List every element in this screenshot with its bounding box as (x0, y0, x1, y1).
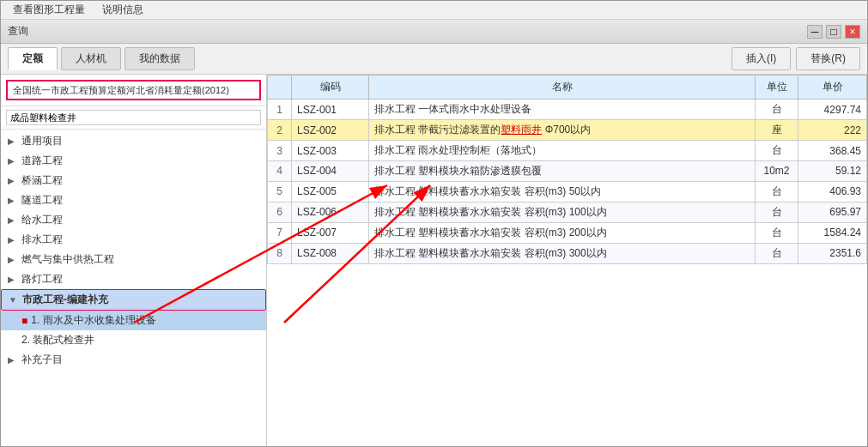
replace-button[interactable]: 替换(R) (796, 47, 860, 70)
row-code: LSZ-002 (292, 120, 369, 141)
row-num: 4 (268, 161, 292, 182)
row-name: 排水工程 塑料模块水箱防渗透膜包覆 (369, 161, 756, 182)
expand-icon: ▶ (8, 275, 18, 284)
row-num: 6 (268, 202, 292, 222)
row-price: 695.97 (798, 202, 867, 222)
row-unit: 台 (756, 181, 798, 202)
quota-dropdown[interactable]: 全国统一市政工程预算定额河北省消耗量定额(2012) (6, 80, 261, 100)
minimize-button[interactable]: ─ (807, 25, 822, 39)
row-price: 4297.74 (798, 100, 867, 120)
search-area (1, 106, 266, 130)
table-row[interactable]: 4LSZ-004排水工程 塑料模块水箱防渗透膜包覆10m259.12 (268, 161, 867, 182)
col-header-num (268, 76, 292, 100)
row-price: 406.93 (798, 181, 867, 202)
row-code: LSZ-005 (292, 181, 369, 202)
right-panel: 编码 名称 单位 单价 1LSZ-001排水工程 一体式雨水中水处理设备台429… (267, 75, 867, 447)
tree-item-qiaohao[interactable]: ▶ 桥涵工程 (1, 171, 266, 190)
row-price: 222 (798, 120, 867, 141)
row-code: LSZ-003 (292, 141, 369, 161)
row-unit: 台 (756, 202, 798, 222)
tab-dinge[interactable]: 定额 (8, 47, 58, 70)
tree-container: ▶ 通用项目 ▶ 道路工程 ▶ 桥涵工程 ▶ 隧道工程 ▶ 给水工程 (1, 130, 266, 447)
tab-bar: 定额 人材机 我的数据 插入(I) 替换(R) (1, 44, 867, 75)
row-num: 2 (268, 120, 292, 141)
table-row[interactable]: 1LSZ-001排水工程 一体式雨水中水处理设备台4297.74 (268, 100, 867, 120)
tree-item-yushui[interactable]: ■ 1. 雨水及中水收集处理设备 (1, 311, 266, 330)
row-code: LSZ-007 (292, 222, 369, 243)
insert-button[interactable]: 插入(I) (731, 47, 791, 70)
row-code: LSZ-006 (292, 202, 369, 222)
table-row[interactable]: 5LSZ-005排水工程 塑料模块蓄水水箱安装 容积(m3) 50以内台406.… (268, 181, 867, 202)
tree-item-daolu[interactable]: ▶ 道路工程 (1, 151, 266, 171)
row-name: 排水工程 塑料模块蓄水水箱安装 容积(m3) 300以内 (369, 243, 756, 263)
row-price: 2351.6 (798, 243, 867, 263)
row-code: LSZ-001 (292, 100, 369, 120)
tree-label: 市政工程-编建补充 (22, 293, 108, 307)
main-content: 全国统一市政工程预算定额河北省消耗量定额(2012) ▶ 通用项目 ▶ 道路工程… (1, 75, 867, 447)
tree-item-jishui[interactable]: ▶ 给水工程 (1, 210, 266, 230)
row-price: 368.45 (798, 141, 867, 161)
expand-icon: ▶ (8, 215, 18, 225)
table-row[interactable]: 2LSZ-002排水工程 带截污过滤装置的塑料雨井 Φ700以内座222 (268, 120, 867, 141)
expand-icon: ▶ (8, 156, 18, 166)
col-header-name: 名称 (369, 76, 756, 100)
menu-item-inspect[interactable]: 查看图形工程量 (4, 1, 94, 19)
table-row[interactable]: 6LSZ-006排水工程 塑料模块蓄水水箱安装 容积(m3) 100以内台695… (268, 202, 867, 222)
row-price: 59.12 (798, 161, 867, 182)
left-panel: 全国统一市政工程预算定额河北省消耗量定额(2012) ▶ 通用项目 ▶ 道路工程… (1, 75, 267, 447)
dropdown-area: 全国统一市政工程预算定额河北省消耗量定额(2012) (1, 75, 266, 106)
expand-icon: ▶ (8, 255, 18, 264)
col-header-code: 编码 (292, 76, 369, 100)
tree-label: 路灯工程 (21, 272, 63, 287)
tab-rencaiji[interactable]: 人材机 (61, 47, 121, 70)
row-name: 排水工程 塑料模块蓄水水箱安装 容积(m3) 100以内 (369, 202, 756, 222)
window-title: 查询 (8, 24, 28, 39)
tree-label: 通用项目 (21, 134, 63, 148)
table-row[interactable]: 7LSZ-007排水工程 塑料模块蓄水水箱安装 容积(m3) 200以内台158… (268, 222, 867, 243)
row-code: LSZ-004 (292, 161, 369, 182)
row-code: LSZ-008 (292, 243, 369, 263)
expand-icon: ▶ (8, 235, 18, 245)
tree-label: 给水工程 (21, 213, 63, 227)
row-unit: 台 (756, 100, 798, 120)
row-num: 3 (268, 141, 292, 161)
tree-item-shizheng[interactable]: ▼ 市政工程-编建补充 (1, 289, 266, 311)
expand-icon: ▼ (9, 295, 19, 305)
tree-label: 2. 装配式检查井 (21, 333, 94, 347)
table-row[interactable]: 3LSZ-003排水工程 雨水处理控制柜（落地式）台368.45 (268, 141, 867, 161)
table-row[interactable]: 8LSZ-008排水工程 塑料模块蓄水水箱安装 容积(m3) 300以内台235… (268, 243, 867, 263)
tree-label: 隧道工程 (21, 193, 63, 208)
row-name: 排水工程 带截污过滤装置的塑料雨井 Φ700以内 (369, 120, 756, 141)
tree-item-zhuangpei[interactable]: 2. 装配式检查井 (1, 330, 266, 350)
tree-item-tongyong[interactable]: ▶ 通用项目 (1, 131, 266, 151)
active-indicator: ■ (21, 315, 27, 327)
row-num: 7 (268, 222, 292, 243)
tree-label: 1. 雨水及中水收集处理设备 (31, 313, 155, 328)
tree-label: 补充子目 (21, 353, 63, 367)
search-input[interactable] (6, 110, 261, 125)
tree-item-ranqi[interactable]: ▶ 燃气与集中供热工程 (1, 250, 266, 269)
row-name: 排水工程 雨水处理控制柜（落地式） (369, 141, 756, 161)
expand-icon: ▶ (8, 355, 18, 365)
tab-mydata[interactable]: 我的数据 (124, 47, 195, 70)
row-num: 8 (268, 243, 292, 263)
row-unit: 10m2 (756, 161, 798, 182)
row-num: 1 (268, 100, 292, 120)
expand-icon: ▶ (8, 196, 18, 205)
expand-icon: ▶ (8, 176, 18, 185)
menu-item-info[interactable]: 说明信息 (94, 1, 152, 19)
tree-item-buchu[interactable]: ▶ 补充子目 (1, 350, 266, 370)
row-name: 排水工程 一体式雨水中水处理设备 (369, 100, 756, 120)
row-unit: 台 (756, 222, 798, 243)
tree-label: 桥涵工程 (21, 173, 63, 188)
tree-label: 排水工程 (21, 233, 63, 247)
main-window: 查看图形工程量 说明信息 查询 ─ □ × 定额 人材机 我的数据 插入(I) … (0, 0, 868, 447)
col-header-price: 单价 (798, 76, 867, 100)
tree-item-ludeng[interactable]: ▶ 路灯工程 (1, 269, 266, 289)
row-price: 1584.24 (798, 222, 867, 243)
tree-label: 道路工程 (21, 154, 63, 168)
tree-item-paishui[interactable]: ▶ 排水工程 (1, 230, 266, 250)
tree-item-suidao[interactable]: ▶ 隧道工程 (1, 190, 266, 210)
close-button[interactable]: × (845, 25, 860, 39)
restore-button[interactable]: □ (826, 25, 841, 39)
